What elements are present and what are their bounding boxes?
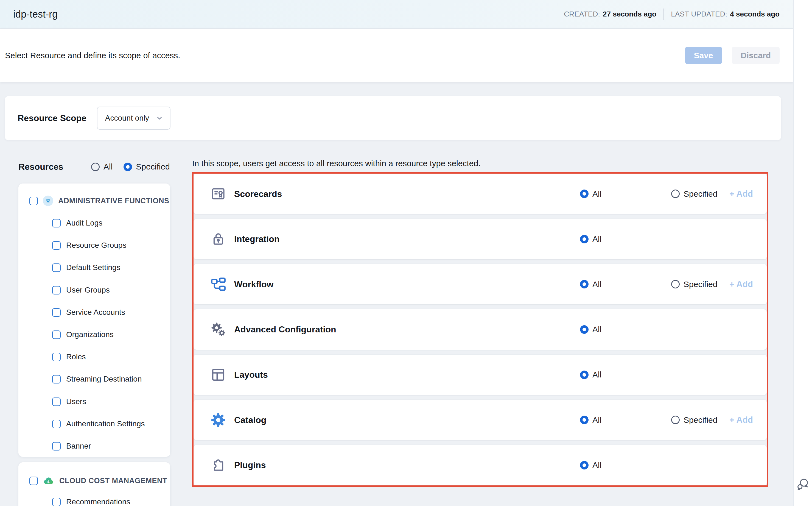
resource-type-row: Advanced ConfigurationAll bbox=[194, 309, 767, 350]
resource-type-row: ScorecardsAllSpecified+ Add bbox=[194, 174, 767, 214]
resource-type-label: Integration bbox=[234, 234, 280, 244]
resource-type-row: PluginsAll bbox=[194, 445, 767, 485]
item-checkbox[interactable] bbox=[52, 219, 61, 228]
all-radio-label[interactable]: All bbox=[592, 370, 601, 380]
item-checkbox[interactable] bbox=[52, 308, 61, 317]
item-checkbox[interactable] bbox=[52, 263, 61, 272]
chevron-down-icon bbox=[156, 114, 163, 122]
specified-radio-group[interactable]: Specified bbox=[671, 280, 717, 289]
resource-type-label: Scorecards bbox=[234, 189, 282, 199]
specified-radio-label[interactable]: Specified bbox=[684, 189, 717, 198]
item-checkbox[interactable] bbox=[52, 420, 61, 428]
radio-selected-icon[interactable] bbox=[580, 280, 589, 288]
resource-item-row: Service Accounts bbox=[52, 306, 125, 319]
item-checkbox[interactable] bbox=[52, 375, 61, 384]
all-radio-group[interactable]: All bbox=[580, 325, 601, 334]
item-checkbox[interactable] bbox=[52, 498, 61, 506]
scorecard-icon bbox=[211, 186, 226, 202]
resources-specified-radio[interactable]: Specified bbox=[123, 162, 170, 171]
radio-unselected-icon[interactable] bbox=[671, 280, 680, 288]
svg-text:$: $ bbox=[47, 480, 50, 484]
resource-item-row: Authentication Settings bbox=[52, 417, 145, 431]
toolbar-instruction: Select Resource and define its scope of … bbox=[5, 51, 180, 60]
item-checkbox[interactable] bbox=[52, 241, 61, 250]
resource-item-label: Resource Groups bbox=[66, 241, 126, 250]
resource-group-header: $CLOUD COST MANAGEMENT bbox=[18, 474, 167, 488]
add-button[interactable]: + Add bbox=[729, 279, 753, 289]
resources-specified-label[interactable]: Specified bbox=[136, 162, 170, 171]
specified-radio-group[interactable]: Specified bbox=[671, 189, 717, 198]
item-checkbox[interactable] bbox=[52, 330, 61, 339]
resource-item-row: Default Settings bbox=[52, 261, 120, 274]
resource-group-name: ADMINISTRATIVE FUNCTIONS bbox=[58, 197, 169, 205]
resource-scope-dropdown[interactable]: Account only bbox=[97, 106, 171, 130]
resource-group-card-cloud-cost-management: $CLOUD COST MANAGEMENTRecommendations bbox=[18, 462, 170, 506]
resource-item-label: Organizations bbox=[66, 330, 114, 339]
item-checkbox[interactable] bbox=[52, 286, 61, 294]
meta-divider bbox=[664, 8, 664, 20]
radio-unselected-icon[interactable] bbox=[91, 163, 100, 171]
created-label: CREATED: bbox=[564, 10, 600, 18]
resources-all-label[interactable]: All bbox=[103, 162, 113, 171]
radio-selected-icon[interactable] bbox=[580, 416, 589, 424]
specified-radio-group[interactable]: Specified bbox=[671, 415, 717, 425]
all-radio-label[interactable]: All bbox=[592, 325, 601, 334]
updated-label: LAST UPDATED: bbox=[671, 10, 727, 18]
all-radio-group[interactable]: All bbox=[580, 280, 601, 289]
radio-selected-icon[interactable] bbox=[580, 325, 589, 334]
resource-item-row: User Groups bbox=[52, 283, 110, 297]
all-radio-group[interactable]: All bbox=[580, 415, 601, 425]
all-radio-label[interactable]: All bbox=[592, 189, 601, 198]
all-radio-label[interactable]: All bbox=[592, 415, 601, 425]
gear-blue-icon bbox=[211, 412, 226, 428]
resource-item-row: Streaming Destination bbox=[52, 372, 142, 386]
group-checkbox[interactable] bbox=[29, 197, 38, 205]
radio-unselected-icon[interactable] bbox=[671, 189, 680, 198]
all-radio-label[interactable]: All bbox=[592, 280, 601, 289]
discard-button[interactable]: Discard bbox=[732, 47, 780, 64]
item-checkbox[interactable] bbox=[52, 398, 61, 406]
resource-item-row: Users bbox=[52, 395, 86, 409]
all-radio-group[interactable]: All bbox=[580, 234, 601, 244]
resource-group-page: idp-test-rg CREATED: 27 seconds ago LAST… bbox=[0, 0, 812, 506]
toolbar-actions: Save Discard bbox=[685, 47, 780, 64]
updated-value: 4 seconds ago bbox=[730, 10, 780, 18]
radio-selected-icon[interactable] bbox=[580, 461, 589, 470]
resources-all-radio[interactable]: All bbox=[91, 162, 113, 171]
resource-item-label: Streaming Destination bbox=[66, 375, 142, 384]
right-edge-strip bbox=[793, 0, 812, 506]
add-button[interactable]: + Add bbox=[729, 415, 753, 425]
save-button[interactable]: Save bbox=[685, 47, 722, 64]
resource-item-label: Recommendations bbox=[66, 498, 130, 506]
all-radio-group[interactable]: All bbox=[580, 460, 601, 470]
chat-help-icon[interactable] bbox=[796, 477, 810, 491]
resource-item-label: User Groups bbox=[66, 286, 110, 294]
admin-functions-icon bbox=[43, 195, 53, 206]
resources-title: Resources bbox=[18, 162, 63, 172]
radio-selected-icon[interactable] bbox=[580, 189, 589, 198]
radio-selected-icon[interactable] bbox=[123, 163, 132, 171]
radio-selected-icon[interactable] bbox=[580, 235, 589, 243]
cloud-cost-management-icon: $ bbox=[43, 475, 55, 487]
all-radio-label[interactable]: All bbox=[592, 234, 601, 244]
item-checkbox[interactable] bbox=[52, 442, 61, 450]
group-checkbox[interactable] bbox=[29, 477, 38, 485]
resource-type-row: CatalogAllSpecified+ Add bbox=[194, 400, 767, 440]
specified-radio-label[interactable]: Specified bbox=[684, 415, 717, 425]
resource-type-row: WorkflowAllSpecified+ Add bbox=[194, 264, 767, 304]
resource-type-label: Advanced Configuration bbox=[234, 324, 336, 335]
item-checkbox[interactable] bbox=[52, 353, 61, 361]
resource-item-row: Roles bbox=[52, 350, 86, 364]
radio-unselected-icon[interactable] bbox=[671, 416, 680, 424]
resource-item-label: Users bbox=[66, 397, 86, 406]
page-header: idp-test-rg CREATED: 27 seconds ago LAST… bbox=[0, 0, 793, 28]
specified-radio-label[interactable]: Specified bbox=[684, 280, 717, 289]
all-radio-group[interactable]: All bbox=[580, 189, 601, 198]
add-button[interactable]: + Add bbox=[729, 189, 753, 199]
resources-header: Resources All Specified bbox=[18, 159, 170, 175]
resource-group-header: ADMINISTRATIVE FUNCTIONS bbox=[18, 194, 169, 208]
resource-item-label: Service Accounts bbox=[66, 308, 125, 317]
all-radio-label[interactable]: All bbox=[592, 460, 601, 470]
radio-selected-icon[interactable] bbox=[580, 370, 589, 379]
all-radio-group[interactable]: All bbox=[580, 370, 601, 380]
